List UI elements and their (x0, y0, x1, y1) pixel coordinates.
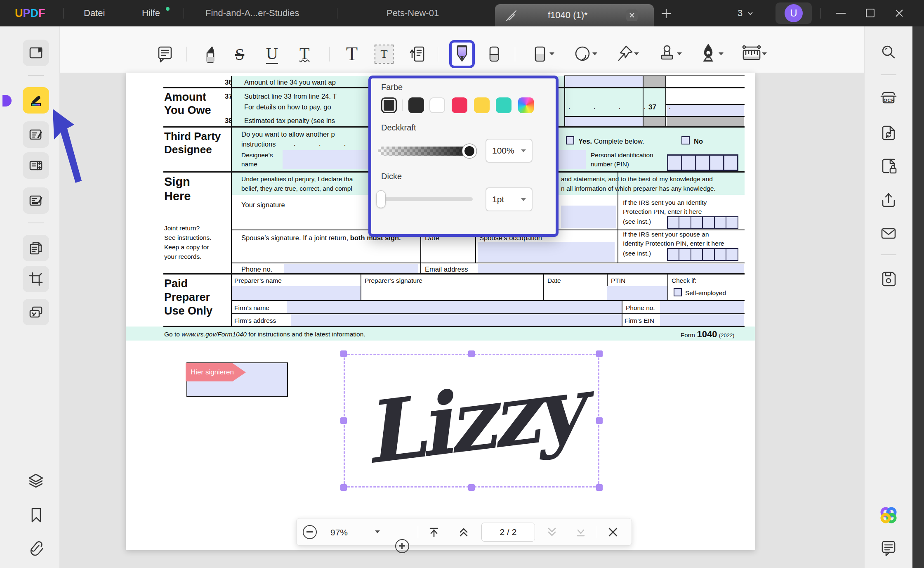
selection-handle[interactable] (468, 484, 475, 491)
tool-ellipse-icon[interactable] (573, 45, 592, 65)
thickness-slider-track[interactable] (378, 197, 473, 201)
ip-pin-boxes[interactable] (668, 216, 738, 229)
tool-pin-icon[interactable] (615, 43, 635, 65)
sidebar-item-search[interactable] (879, 43, 898, 63)
sidebar-item-organize[interactable] (23, 152, 49, 179)
tool-text-icon[interactable]: T (346, 45, 358, 64)
sidebar-item-reader[interactable] (23, 40, 49, 66)
minimize-button[interactable] (836, 13, 846, 14)
zoom-out-button[interactable] (303, 525, 317, 539)
selection-handle[interactable] (596, 350, 603, 357)
account-button[interactable]: U (776, 2, 812, 24)
tab-close-button[interactable] (626, 9, 638, 21)
sidebar-item-layers[interactable] (27, 472, 45, 492)
form-field[interactable] (478, 242, 615, 262)
previous-page-button[interactable] (457, 525, 471, 539)
close-window-button[interactable] (894, 8, 904, 18)
tool-underline-icon[interactable]: U (266, 45, 278, 64)
thickness-dropdown[interactable]: 1pt (486, 187, 533, 211)
swatch-yellow[interactable] (474, 97, 490, 113)
form-field[interactable] (478, 264, 744, 273)
sidebar-item-batch[interactable] (23, 235, 49, 261)
form-field[interactable] (607, 286, 667, 300)
form-field[interactable] (291, 314, 622, 326)
swatch-black[interactable] (408, 97, 424, 113)
new-tab-button[interactable] (660, 7, 672, 21)
sidebar-item-convert[interactable] (879, 124, 898, 144)
form-field[interactable] (565, 117, 643, 126)
sidebar-item-ocr[interactable]: OCR (879, 90, 898, 111)
sidebar-item-capture[interactable] (23, 299, 49, 325)
sidebar-item-crop[interactable] (23, 266, 49, 292)
swatch-custom-rainbow[interactable] (518, 97, 534, 113)
sidebar-item-share[interactable] (879, 191, 898, 211)
sidebar-item-feedback[interactable] (879, 539, 898, 559)
swatch-selected-black[interactable] (381, 97, 397, 113)
measure-dropdown-caret[interactable] (762, 52, 767, 55)
menu-hilfe[interactable]: Hilfe (142, 0, 160, 26)
thickness-slider-handle[interactable] (376, 190, 386, 208)
sidebar-item-fill-sign[interactable] (23, 187, 49, 214)
stamp-dropdown-caret[interactable] (677, 52, 682, 55)
ellipse-dropdown-caret[interactable] (592, 52, 597, 55)
form-field[interactable] (232, 286, 361, 300)
sidebar-item-edit[interactable] (23, 121, 49, 148)
selection-handle[interactable] (340, 417, 347, 424)
sidebar-item-save[interactable] (879, 269, 898, 289)
window-count-dropdown[interactable]: 3 (738, 0, 755, 26)
pin-boxes[interactable] (668, 154, 738, 171)
tool-measure-icon[interactable] (740, 43, 763, 66)
form-field[interactable] (565, 76, 643, 87)
selection-handle[interactable] (596, 417, 603, 424)
yes-checkbox[interactable] (566, 136, 574, 144)
selection-handle[interactable] (340, 350, 347, 357)
tool-pencil-selected[interactable] (449, 40, 475, 68)
self-employed-checkbox[interactable] (674, 288, 682, 296)
selection-handle[interactable] (468, 350, 475, 357)
zoom-in-button[interactable] (395, 539, 409, 553)
sidebar-item-bookmark[interactable] (28, 506, 44, 525)
sidebar-item-protect[interactable] (879, 157, 898, 177)
zoom-dropdown-caret[interactable] (375, 530, 380, 533)
tool-rectangle-icon[interactable] (531, 45, 549, 65)
tool-signature-icon[interactable] (699, 42, 718, 66)
opacity-slider-track[interactable] (378, 147, 474, 156)
tool-stamp-icon[interactable] (657, 43, 677, 65)
selection-handle[interactable] (340, 484, 347, 491)
tool-strikethrough-icon[interactable]: S (235, 46, 244, 63)
signature-dropdown-caret[interactable] (719, 52, 724, 55)
tab-find-and-answer[interactable]: Find-and-A...er-Studies (205, 0, 299, 26)
close-nav-button[interactable] (607, 526, 619, 538)
selection-handle[interactable] (596, 484, 603, 491)
tab-pets-new[interactable]: Pets-New-01 (387, 0, 439, 26)
pin-dropdown-caret[interactable] (634, 52, 639, 55)
tool-callout-icon[interactable] (406, 44, 427, 66)
maximize-button[interactable] (866, 9, 874, 17)
tool-squiggly-icon[interactable]: T (299, 45, 309, 62)
menu-datei[interactable]: Datei (84, 0, 105, 26)
rectangle-dropdown-caret[interactable] (549, 52, 554, 55)
signature-selection-box[interactable]: Lizzy (344, 354, 599, 488)
form-field[interactable] (660, 314, 744, 326)
tab-f1040-active[interactable]: f1040 (1)* (495, 4, 654, 26)
swatch-teal[interactable] (496, 97, 512, 113)
spouse-ip-pin-boxes[interactable] (668, 248, 738, 261)
form-field[interactable] (561, 206, 616, 228)
next-page-button[interactable] (545, 525, 559, 539)
swatch-white[interactable] (429, 97, 445, 113)
sidebar-item-attachment[interactable] (27, 539, 45, 559)
opacity-slider-handle[interactable] (462, 144, 476, 158)
opacity-dropdown[interactable]: 100% (486, 139, 533, 163)
swatch-pink[interactable] (452, 97, 467, 113)
sidebar-item-annotate-active[interactable] (23, 87, 49, 114)
form-field[interactable] (287, 301, 622, 313)
no-checkbox[interactable] (681, 136, 690, 144)
tool-eraser-icon[interactable] (485, 44, 503, 66)
sidebar-item-ai[interactable] (878, 504, 899, 528)
tool-comment-icon[interactable] (156, 45, 174, 65)
form-field[interactable] (284, 264, 418, 273)
first-page-button[interactable] (427, 525, 441, 539)
tool-highlight-icon[interactable] (202, 44, 219, 66)
page-number-input[interactable]: 2 / 2 (481, 523, 535, 542)
signature-image[interactable]: Lizzy (358, 358, 585, 483)
